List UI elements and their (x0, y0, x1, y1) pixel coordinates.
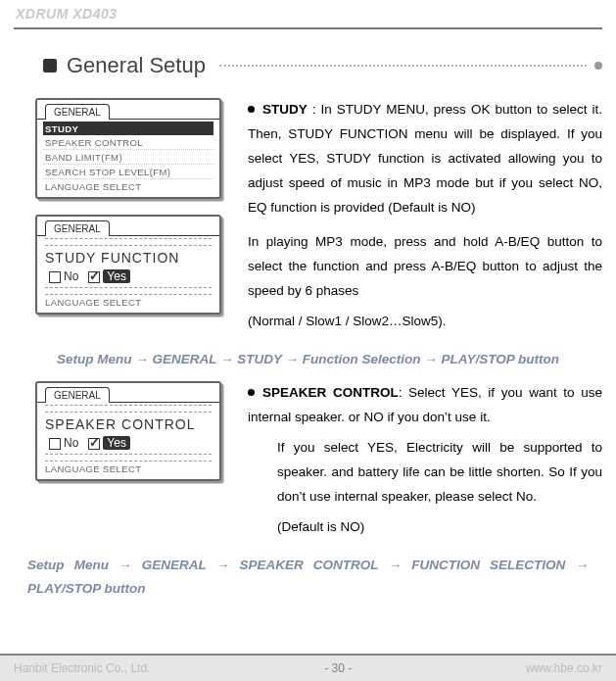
arrow-icon: → (216, 558, 230, 572)
lcd-tab: GENERAL (45, 387, 110, 403)
dot-end-icon (594, 62, 602, 70)
lcd-menu-item: BAND LIMIT(FM) (43, 150, 213, 165)
section-title: General Setup (67, 53, 206, 78)
arrow-icon: → (286, 352, 300, 366)
bullet-square-icon (43, 59, 57, 73)
lcd-menu-item: SEARCH STOP LEVEL(FM) (43, 165, 213, 179)
arrow-icon: → (135, 352, 149, 366)
lcd-tab: GENERAL (45, 104, 110, 120)
nav-path-study: Setup Menu → GENERAL → STUDY → Function … (33, 348, 583, 371)
section-title-row: General Setup (43, 53, 602, 78)
speaker-paragraph-3: (Default is NO) (248, 515, 602, 540)
bullet-dot-icon (248, 389, 255, 396)
nav-path-speaker: Setup Menu → GENERAL → SPEAKER CONTROL →… (27, 554, 589, 602)
dotted-line-decoration (219, 65, 587, 67)
study-term: STUDY (262, 102, 308, 117)
no-label: No (64, 436, 78, 450)
speaker-term: SPEAKER CONTROL (262, 385, 399, 400)
lcd-check-row: No Yes (43, 434, 213, 454)
content-area: General Setup GENERAL STUDY SPEAKER CONT… (0, 29, 616, 601)
lcd-dialog-title: SPEAKER CONTROL (43, 413, 213, 434)
speaker-paragraph-2: If you select YES, Electricity will be s… (248, 436, 602, 510)
arrow-icon: → (118, 558, 132, 572)
arrow-icon: → (424, 352, 438, 366)
yes-label: Yes (103, 436, 130, 450)
speaker-block: GENERAL SPEAKER CONTROL No Yes LANGUAGE … (14, 381, 602, 546)
footer-page-number: - 30 - (324, 661, 352, 675)
lcd-general-menu: GENERAL STUDY SPEAKER CONTROL BAND LIMIT… (35, 98, 221, 199)
study-block: GENERAL STUDY SPEAKER CONTROL BAND LIMIT… (14, 98, 602, 340)
no-label: No (64, 269, 78, 283)
lcd-speaker-control: GENERAL SPEAKER CONTROL No Yes LANGUAGE … (35, 381, 221, 481)
study-paragraph-2: In playing MP3 mode, press and hold A-B/… (248, 230, 602, 304)
checkbox-icon (49, 271, 61, 283)
study-para1-text: : In STUDY MENU, press OK button to sele… (248, 102, 602, 215)
yes-label: Yes (103, 269, 130, 283)
speaker-paragraph-1: SPEAKER CONTROL: Select YES, if you want… (248, 381, 602, 430)
lcd-menu-item: STUDY (43, 122, 213, 135)
checkbox-checked-icon (88, 438, 100, 450)
lcd-menu-item: LANGUAGE SELECT (43, 462, 213, 475)
arrow-icon: → (220, 352, 234, 366)
bullet-dot-icon (248, 106, 255, 113)
study-paragraph-3: (Normal / Slow1 / Slow2…Slow5). (248, 310, 602, 334)
page-footer: Hanbit Electronic Co., Ltd. - 30 - www.h… (0, 654, 616, 681)
checkbox-icon (49, 438, 61, 450)
lcd-study-function: GENERAL STUDY FUNCTION No Yes LANGUAGE S… (35, 215, 221, 315)
lcd-menu-item: LANGUAGE SELECT (43, 179, 213, 193)
lcd-tab: GENERAL (45, 220, 110, 236)
footer-url: www.hbe.co.kr (526, 661, 602, 675)
arrow-icon: → (388, 558, 402, 572)
study-paragraph-1: STUDY : In STUDY MENU, press OK button t… (248, 98, 602, 220)
lcd-check-row: No Yes (43, 268, 213, 287)
footer-company: Hanbit Electronic Co., Ltd. (14, 661, 150, 675)
lcd-menu-item: SPEAKER CONTROL (43, 135, 213, 150)
arrow-icon: → (576, 558, 590, 572)
page-header-model: XDRUM XD403 (0, 0, 616, 22)
lcd-dialog-title: STUDY FUNCTION (43, 246, 213, 268)
checkbox-checked-icon (88, 271, 100, 283)
lcd-menu-item: LANGUAGE SELECT (43, 295, 213, 309)
